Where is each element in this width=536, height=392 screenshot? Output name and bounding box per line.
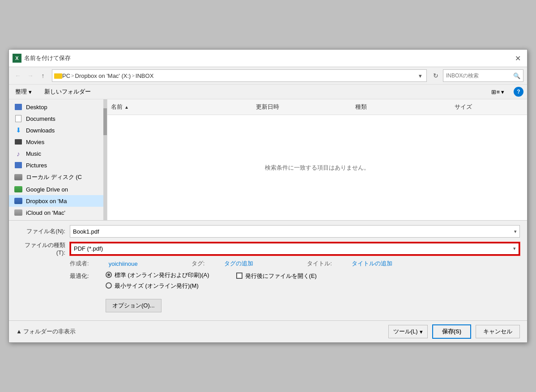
tools-label: ツール(L) [393,328,418,336]
sidebar-item-dropbox[interactable]: Dropbox on 'Ma [9,195,107,207]
cancel-button[interactable]: キャンセル [476,325,520,338]
radio-standard[interactable]: 標準 (オンライン発行および印刷)(A) [106,271,209,279]
sidebar: Desktop Documents ⬇ Downloads [9,99,107,220]
help-button[interactable]: ? [514,87,523,97]
filetype-row: ファイルの種類(T): PDF (*.pdf) ▾ [16,241,520,256]
open-after-label: 発行後にファイルを開く(E) [245,272,317,280]
filename-label: ファイル名(N): [16,227,70,235]
radio-options: 標準 (オンライン発行および印刷)(A) 最小サイズ (オンライン発行)(M) … [106,271,209,312]
filetype-dropdown: ▾ [513,246,516,251]
organize-label: 整理 [15,88,27,96]
col-header-size[interactable]: サイズ [451,101,527,113]
pictures-icon [14,162,22,169]
downloads-icon: ⬇ [14,127,22,134]
col-header-date[interactable]: 更新日時 [252,101,352,113]
title-value[interactable]: タイトルの追加 [352,260,392,268]
folder-toggle[interactable]: ▲ フォルダーの非表示 [16,328,76,336]
meta-row: 作成者: yoichiinoue タグ: タグの追加 タイトル: タイトルの追加 [16,260,520,268]
documents-icon [14,115,22,122]
sort-arrow: ▲ [124,105,129,110]
back-button[interactable]: ← [13,70,23,81]
address-dropbox: Dropbox on 'Mac' (X:) [75,72,131,79]
filename-value: Book1.pdf [73,228,99,235]
sidebar-label-movies: Movies [26,139,44,145]
col-header-type[interactable]: 種類 [352,101,451,113]
movies-icon [14,138,22,145]
organize-button[interactable]: 整理 ▾ [13,86,34,97]
sidebar-label-downloads: Downloads [26,127,55,134]
sidebar-item-local-disk[interactable]: ローカル ディスク (C [9,171,107,183]
view-dropdown-icon: ▾ [501,89,504,95]
tag-label: タグ: [191,260,205,268]
file-pane: 名前 ▲ 更新日時 種類 サイズ 検索条件に一致する項目はありません。 [107,99,527,220]
desktop-icon [14,103,22,111]
address-dropdown[interactable]: ▾ [416,72,425,79]
save-button[interactable]: 保存(S) [432,324,471,339]
radio-minimal[interactable]: 最小サイズ (オンライン発行)(M) [106,282,209,290]
folder-toggle-label: ▲ フォルダーの非表示 [16,328,76,336]
filetype-label: ファイルの種類(T): [16,241,70,256]
sidebar-item-music[interactable]: ♪ Music [9,148,107,159]
address-pc: PC [62,72,70,79]
bottom-section: ファイル名(N): Book1.pdf ▾ ファイルの種類(T): PDF (*… [9,220,527,320]
sidebar-item-documents[interactable]: Documents [9,113,107,124]
col-header-name[interactable]: 名前 ▲ [107,101,252,113]
open-after-checkbox[interactable] [236,273,242,279]
author-value[interactable]: yoichiinoue [109,260,138,267]
sidebar-item-google-drive[interactable]: Google Drive on [9,183,107,195]
tools-button[interactable]: ツール(L) ▾ [388,325,428,338]
view-icon: ⊞≡ [491,89,500,95]
file-header: 名前 ▲ 更新日時 種類 サイズ [107,99,527,115]
up-button[interactable]: ↑ [38,70,48,81]
forward-button[interactable]: → [25,70,36,81]
radio-minimal-label: 最小サイズ (オンライン発行)(M) [115,282,199,290]
actions-right: ツール(L) ▾ 保存(S) キャンセル [388,324,520,339]
view-button[interactable]: ⊞≡ ▾ [489,87,506,97]
save-dialog: X 名前を付けて保存 ✕ ← → ↑ PC > Dropbox on 'Mac'… [9,49,527,343]
author-label: 作成者: [70,260,89,268]
filename-dropdown: ▾ [514,229,517,234]
tag-value[interactable]: タグの追加 [224,260,253,268]
title-label: タイトル: [307,260,332,268]
sidebar-item-downloads[interactable]: ⬇ Downloads [9,124,107,136]
address-bar[interactable]: PC > Dropbox on 'Mac' (X:) > INBOX ▾ [52,69,427,82]
google-drive-icon [14,186,22,193]
search-input[interactable] [446,72,513,79]
optimize-row: 最適化: 標準 (オンライン発行および印刷)(A) 最小サイズ (オンライン発行… [70,271,209,312]
sidebar-item-icloud[interactable]: iCloud on 'Mac' [9,207,107,218]
empty-message: 検索条件に一致する項目はありません。 [265,164,370,172]
radio-standard-label: 標準 (オンライン発行および印刷)(A) [115,271,209,279]
search-box[interactable]: 🔍 [443,69,523,82]
address-path: PC > Dropbox on 'Mac' (X:) > INBOX [62,72,416,79]
sidebar-label-dropbox: Dropbox on 'Ma [26,198,67,205]
bottom-bar: ▲ フォルダーの非表示 ツール(L) ▾ 保存(S) キャンセル [9,320,527,342]
new-folder-label: 新しいフォルダー [44,88,91,96]
title-bar: X 名前を付けて保存 ✕ [9,50,527,67]
refresh-button[interactable]: ↻ [430,70,441,81]
tools-dropdown-icon: ▾ [420,328,423,335]
sidebar-item-desktop[interactable]: Desktop [9,101,107,113]
scroll-thumb[interactable] [103,108,107,135]
filetype-select[interactable]: PDF (*.pdf) ▾ [70,242,520,256]
optimize-label: 最適化: [70,271,106,280]
filename-field[interactable]: Book1.pdf ▾ [70,225,520,238]
main-content: Desktop Documents ⬇ Downloads [9,99,527,220]
sidebar-item-movies[interactable]: Movies [9,136,107,148]
sidebar-label-documents: Documents [26,115,55,122]
scroll-indicator[interactable] [103,99,107,220]
dialog-title: 名前を付けて保存 [24,54,512,62]
close-button[interactable]: ✕ [512,52,523,64]
sidebar-item-pictures[interactable]: Pictures [9,159,107,171]
filename-row: ファイル名(N): Book1.pdf ▾ [16,225,520,238]
file-list: 検索条件に一致する項目はありません。 [107,115,527,220]
options-button[interactable]: オプション(O)... [106,299,162,312]
search-icon: 🔍 [513,72,520,79]
sidebar-label-desktop: Desktop [26,104,47,111]
sidebar-label-music: Music [26,150,41,157]
open-after-wrap[interactable]: 発行後にファイルを開く(E) [236,272,317,280]
action-bar: 整理 ▾ 新しいフォルダー ⊞≡ ▾ ? [9,85,527,99]
options-area: 最適化: 標準 (オンライン発行および印刷)(A) 最小サイズ (オンライン発行… [16,271,520,316]
new-folder-button[interactable]: 新しいフォルダー [42,86,94,97]
radio-standard-indicator [106,272,112,278]
dropbox-icon [14,197,22,205]
